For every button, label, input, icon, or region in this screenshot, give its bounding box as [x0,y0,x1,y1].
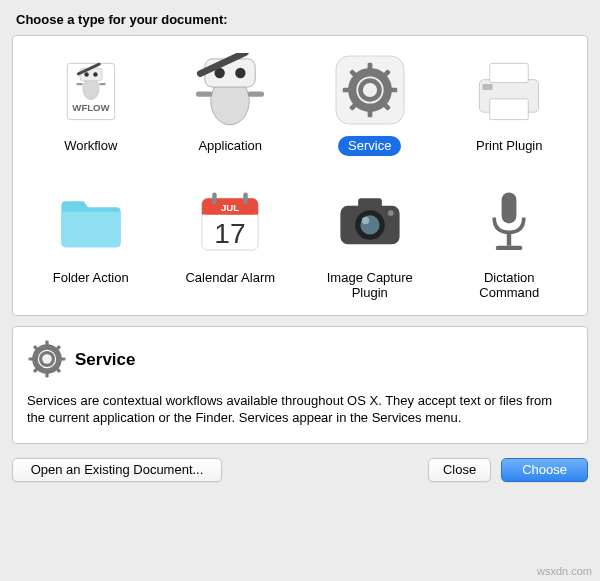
svg-text:17: 17 [215,217,246,248]
svg-rect-40 [358,198,382,208]
close-button[interactable]: Close [428,458,491,482]
type-folder-action[interactable]: Folder Action [21,178,161,307]
type-dictation-command[interactable]: DictationCommand [440,178,580,307]
description-title: Service [75,350,136,370]
description-panel: Service Services are contextual workflow… [12,326,588,444]
svg-rect-29 [490,63,528,82]
description-body: Services are contextual workflows availa… [27,392,573,427]
type-workflow[interactable]: WFLOW Workflow [21,46,161,160]
svg-text:JUL: JUL [221,201,239,212]
type-label: Folder Action [43,268,139,288]
printer-icon [469,50,549,130]
open-existing-button[interactable]: Open an Existing Document... [12,458,222,482]
type-label: Image CapturePlugin [317,268,423,303]
type-label: DictationCommand [469,268,549,303]
gear-icon [27,339,67,382]
svg-rect-31 [483,84,493,90]
type-application[interactable]: Application [161,46,301,160]
workflow-icon: WFLOW [51,50,131,130]
svg-rect-45 [502,192,517,223]
calendar-icon: JUL 17 [190,182,270,262]
type-image-capture-plugin[interactable]: Image CapturePlugin [300,178,440,307]
svg-point-43 [362,216,369,223]
choose-button[interactable]: Choose [501,458,588,482]
type-calendar-alarm[interactable]: JUL 17 Calendar Alarm [161,178,301,307]
type-label: Application [188,136,272,156]
svg-rect-47 [496,245,523,249]
type-label: Calendar Alarm [175,268,285,288]
svg-rect-24 [196,91,212,96]
svg-rect-38 [244,192,248,204]
application-icon [190,50,270,130]
svg-point-44 [388,210,394,216]
svg-point-16 [93,72,97,76]
type-label: Workflow [54,136,127,156]
type-print-plugin[interactable]: Print Plugin [440,46,580,160]
svg-text:WFLOW: WFLOW [72,102,110,113]
svg-rect-25 [248,91,264,96]
svg-rect-37 [212,192,216,204]
service-icon [330,50,410,130]
svg-rect-18 [99,83,106,85]
svg-point-15 [84,72,88,76]
microphone-icon [469,182,549,262]
type-service[interactable]: Service [300,46,440,160]
svg-rect-46 [507,232,511,245]
svg-point-23 [235,68,245,78]
folder-icon [51,182,131,262]
type-grid-panel: WFLOW Workflow [12,35,588,316]
type-label: Service [338,136,401,156]
svg-rect-30 [490,99,528,120]
camera-icon [330,182,410,262]
type-label: Print Plugin [466,136,552,156]
svg-rect-17 [76,83,83,85]
watermark: wsxdn.com [537,565,592,577]
prompt-text: Choose a type for your document: [12,12,588,27]
